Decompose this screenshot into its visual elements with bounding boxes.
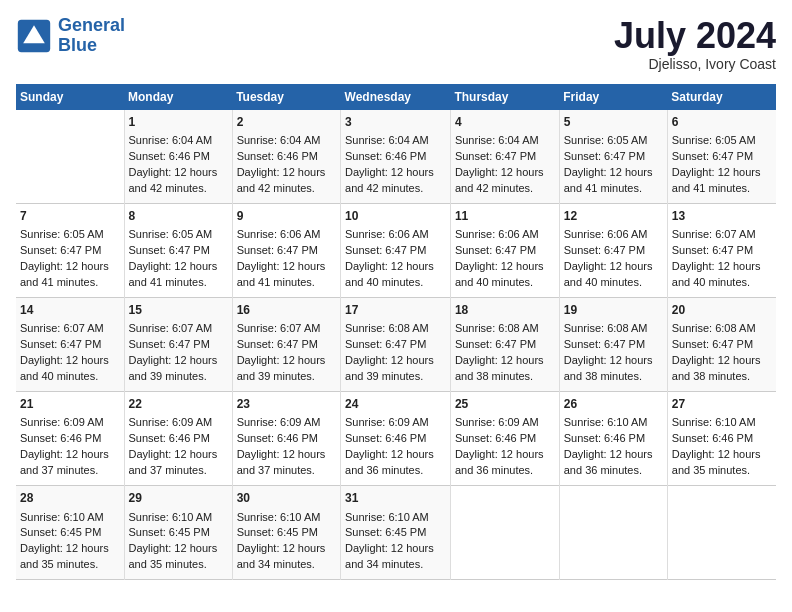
logo-icon	[16, 18, 52, 54]
sunrise: Sunrise: 6:07 AM	[237, 322, 321, 334]
day-cell: 25Sunrise: 6:09 AMSunset: 6:46 PMDayligh…	[450, 392, 559, 486]
sunrise: Sunrise: 6:08 AM	[564, 322, 648, 334]
day-cell	[450, 486, 559, 580]
day-cell: 18Sunrise: 6:08 AMSunset: 6:47 PMDayligh…	[450, 297, 559, 391]
day-number: 29	[129, 490, 228, 507]
sunset: Sunset: 6:46 PM	[455, 432, 536, 444]
day-number: 8	[129, 208, 228, 225]
sunrise: Sunrise: 6:09 AM	[237, 416, 321, 428]
sunset: Sunset: 6:47 PM	[672, 244, 753, 256]
day-number: 30	[237, 490, 336, 507]
day-cell: 19Sunrise: 6:08 AMSunset: 6:47 PMDayligh…	[559, 297, 667, 391]
sunset: Sunset: 6:45 PM	[237, 526, 318, 538]
sunset: Sunset: 6:45 PM	[129, 526, 210, 538]
day-cell: 27Sunrise: 6:10 AMSunset: 6:46 PMDayligh…	[667, 392, 776, 486]
logo: General Blue	[16, 16, 125, 56]
header: General Blue July 2024 Djelisso, Ivory C…	[16, 16, 776, 72]
daylight: Daylight: 12 hours and 41 minutes.	[20, 260, 109, 288]
daylight: Daylight: 12 hours and 34 minutes.	[237, 542, 326, 570]
day-cell: 24Sunrise: 6:09 AMSunset: 6:46 PMDayligh…	[341, 392, 451, 486]
sunrise: Sunrise: 6:07 AM	[672, 228, 756, 240]
day-number: 21	[20, 396, 120, 413]
sunrise: Sunrise: 6:10 AM	[672, 416, 756, 428]
day-cell: 13Sunrise: 6:07 AMSunset: 6:47 PMDayligh…	[667, 203, 776, 297]
sunrise: Sunrise: 6:09 AM	[20, 416, 104, 428]
day-cell: 14Sunrise: 6:07 AMSunset: 6:47 PMDayligh…	[16, 297, 124, 391]
sunset: Sunset: 6:46 PM	[237, 432, 318, 444]
sunset: Sunset: 6:47 PM	[237, 338, 318, 350]
day-cell: 7Sunrise: 6:05 AMSunset: 6:47 PMDaylight…	[16, 203, 124, 297]
day-number: 31	[345, 490, 446, 507]
logo-line2: Blue	[58, 35, 97, 55]
daylight: Daylight: 12 hours and 41 minutes.	[129, 260, 218, 288]
day-cell: 2Sunrise: 6:04 AMSunset: 6:46 PMDaylight…	[232, 110, 340, 204]
daylight: Daylight: 12 hours and 38 minutes.	[455, 354, 544, 382]
daylight: Daylight: 12 hours and 39 minutes.	[237, 354, 326, 382]
daylight: Daylight: 12 hours and 36 minutes.	[345, 448, 434, 476]
title-block: July 2024 Djelisso, Ivory Coast	[614, 16, 776, 72]
sunrise: Sunrise: 6:05 AM	[564, 134, 648, 146]
daylight: Daylight: 12 hours and 42 minutes.	[237, 166, 326, 194]
sunset: Sunset: 6:46 PM	[672, 432, 753, 444]
day-number: 10	[345, 208, 446, 225]
daylight: Daylight: 12 hours and 37 minutes.	[237, 448, 326, 476]
sunrise: Sunrise: 6:10 AM	[237, 511, 321, 523]
day-number: 9	[237, 208, 336, 225]
day-cell: 17Sunrise: 6:08 AMSunset: 6:47 PMDayligh…	[341, 297, 451, 391]
day-number: 19	[564, 302, 663, 319]
daylight: Daylight: 12 hours and 40 minutes.	[345, 260, 434, 288]
daylight: Daylight: 12 hours and 42 minutes.	[345, 166, 434, 194]
sunset: Sunset: 6:45 PM	[345, 526, 426, 538]
day-cell	[667, 486, 776, 580]
day-cell: 22Sunrise: 6:09 AMSunset: 6:46 PMDayligh…	[124, 392, 232, 486]
day-cell: 21Sunrise: 6:09 AMSunset: 6:46 PMDayligh…	[16, 392, 124, 486]
day-cell: 29Sunrise: 6:10 AMSunset: 6:45 PMDayligh…	[124, 486, 232, 580]
header-day-monday: Monday	[124, 84, 232, 110]
day-cell: 8Sunrise: 6:05 AMSunset: 6:47 PMDaylight…	[124, 203, 232, 297]
sunrise: Sunrise: 6:10 AM	[345, 511, 429, 523]
header-day-friday: Friday	[559, 84, 667, 110]
daylight: Daylight: 12 hours and 35 minutes.	[672, 448, 761, 476]
sunset: Sunset: 6:47 PM	[129, 338, 210, 350]
sunset: Sunset: 6:47 PM	[129, 244, 210, 256]
day-number: 3	[345, 114, 446, 131]
month-title: July 2024	[614, 16, 776, 56]
day-number: 27	[672, 396, 772, 413]
sunset: Sunset: 6:47 PM	[672, 150, 753, 162]
day-number: 25	[455, 396, 555, 413]
day-cell: 16Sunrise: 6:07 AMSunset: 6:47 PMDayligh…	[232, 297, 340, 391]
daylight: Daylight: 12 hours and 42 minutes.	[455, 166, 544, 194]
day-number: 6	[672, 114, 772, 131]
sunset: Sunset: 6:47 PM	[237, 244, 318, 256]
header-row: SundayMondayTuesdayWednesdayThursdayFrid…	[16, 84, 776, 110]
daylight: Daylight: 12 hours and 41 minutes.	[237, 260, 326, 288]
day-cell: 11Sunrise: 6:06 AMSunset: 6:47 PMDayligh…	[450, 203, 559, 297]
logo-text: General Blue	[58, 16, 125, 56]
daylight: Daylight: 12 hours and 40 minutes.	[20, 354, 109, 382]
day-number: 23	[237, 396, 336, 413]
sunrise: Sunrise: 6:08 AM	[455, 322, 539, 334]
sunrise: Sunrise: 6:08 AM	[345, 322, 429, 334]
day-number: 5	[564, 114, 663, 131]
sunset: Sunset: 6:46 PM	[20, 432, 101, 444]
sunset: Sunset: 6:47 PM	[20, 338, 101, 350]
sunset: Sunset: 6:46 PM	[129, 432, 210, 444]
sunset: Sunset: 6:47 PM	[564, 338, 645, 350]
day-cell	[559, 486, 667, 580]
day-number: 7	[20, 208, 120, 225]
daylight: Daylight: 12 hours and 41 minutes.	[672, 166, 761, 194]
week-row-5: 28Sunrise: 6:10 AMSunset: 6:45 PMDayligh…	[16, 486, 776, 580]
sunset: Sunset: 6:47 PM	[564, 244, 645, 256]
day-cell: 30Sunrise: 6:10 AMSunset: 6:45 PMDayligh…	[232, 486, 340, 580]
day-cell: 26Sunrise: 6:10 AMSunset: 6:46 PMDayligh…	[559, 392, 667, 486]
week-row-1: 1Sunrise: 6:04 AMSunset: 6:46 PMDaylight…	[16, 110, 776, 204]
sunrise: Sunrise: 6:04 AM	[129, 134, 213, 146]
day-number: 20	[672, 302, 772, 319]
sunset: Sunset: 6:46 PM	[564, 432, 645, 444]
sunrise: Sunrise: 6:05 AM	[20, 228, 104, 240]
week-row-2: 7Sunrise: 6:05 AMSunset: 6:47 PMDaylight…	[16, 203, 776, 297]
sunrise: Sunrise: 6:04 AM	[345, 134, 429, 146]
day-cell: 12Sunrise: 6:06 AMSunset: 6:47 PMDayligh…	[559, 203, 667, 297]
sunrise: Sunrise: 6:07 AM	[129, 322, 213, 334]
sunset: Sunset: 6:46 PM	[129, 150, 210, 162]
